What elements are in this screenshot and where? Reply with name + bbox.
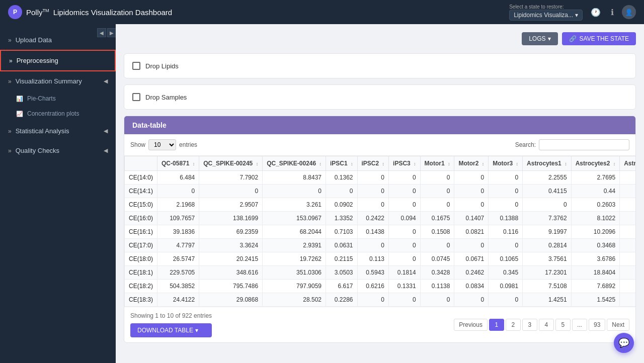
- col-header-astrocytes3[interactable]: Astrocytes3 ↕: [620, 156, 635, 171]
- info-icon[interactable]: ℹ: [609, 6, 616, 19]
- cell-value: 0.0745: [420, 252, 454, 266]
- drop-samples-body: Drop Samples: [124, 85, 635, 109]
- user-avatar[interactable]: 👤: [622, 5, 636, 19]
- cell-value: 0.1362: [326, 171, 358, 185]
- download-table-button[interactable]: DOWNLOAD TABLE ▾: [130, 323, 212, 337]
- table-row: CE(16:1)39.183669.235968.20440.71030.143…: [125, 225, 636, 239]
- cell-value: 9.6858: [620, 225, 635, 239]
- cell-value: 26.5747: [157, 252, 199, 266]
- sidebar: ◀ ▶ » Upload Data » Preprocessing » Visu…: [0, 24, 116, 363]
- col-header-qcspike246[interactable]: QC_SPIKE-00246 ↕: [263, 156, 326, 171]
- col-header-motor2[interactable]: Motor2 ↕: [454, 156, 489, 171]
- pagination-page-2[interactable]: 2: [506, 319, 521, 331]
- sidebar-item-visualization-summary[interactable]: » Visualization Summary ◀: [0, 71, 116, 91]
- pagination-page-3[interactable]: 3: [522, 319, 537, 331]
- cell-lipid-name: CE(14:1): [125, 185, 157, 198]
- cell-value: 1.3352: [326, 212, 358, 225]
- cell-value: 0: [389, 293, 421, 307]
- preprocessing-arrow-icon: »: [9, 57, 13, 64]
- cell-value: 8.8437: [263, 171, 326, 185]
- header-left: P PollyTM Lipidomics Visualization Dashb…: [8, 5, 172, 19]
- cell-value: 0: [489, 293, 523, 307]
- data-table: QC-05871 ↕ QC_SPIKE-00245 ↕ QC_SPIKE-002…: [124, 156, 635, 307]
- save-state-button[interactable]: 🔗 SAVE THE STATE: [562, 32, 636, 45]
- data-table-section: Data-table Show 10 25 50 100 entries Sea…: [124, 116, 636, 343]
- cell-value: 7.6174: [620, 212, 635, 225]
- entries-label: entries: [179, 141, 197, 148]
- cell-value: 0: [389, 185, 421, 198]
- col-header-astrocytes1[interactable]: Astrocytes1 ↕: [523, 156, 572, 171]
- title-tm: TM: [43, 8, 49, 13]
- logs-dropdown-icon: ▾: [548, 35, 551, 42]
- chat-fab[interactable]: 💬: [614, 333, 634, 353]
- sidebar-label-preprocessing: Preprocessing: [17, 57, 58, 64]
- data-table-controls: Show 10 25 50 100 entries Search:: [124, 134, 635, 156]
- col-header-astrocytes2[interactable]: Astrocytes2 ↕: [571, 156, 620, 171]
- col-header-motor3[interactable]: Motor3 ↕: [489, 156, 523, 171]
- cell-value: 0.113: [357, 252, 389, 266]
- pagination-page-4[interactable]: 4: [539, 319, 554, 331]
- cell-value: 0.2814: [523, 239, 572, 252]
- drop-lipids-card: Drop Lipids: [124, 53, 636, 78]
- cell-value: 17.2301: [523, 266, 572, 280]
- sidebar-label-concentration: Concentration plots: [27, 110, 79, 117]
- col-header-motor1[interactable]: Motor1 ↕: [420, 156, 454, 171]
- col-header-qcspike245[interactable]: QC_SPIKE-00245 ↕: [199, 156, 263, 171]
- col-header-ipsc3[interactable]: iPSC3 ↕: [389, 156, 421, 171]
- pagination-next[interactable]: Next: [607, 319, 629, 331]
- cell-value: 0: [357, 198, 389, 212]
- sidebar-expand-btn[interactable]: ▶: [107, 28, 116, 37]
- cell-value: 28.502: [263, 293, 326, 307]
- cell-value: 229.5705: [157, 266, 199, 280]
- cell-value: 0.0834: [454, 280, 489, 293]
- sidebar-label-quality: Quality Checks: [16, 147, 59, 154]
- col-header-ipsc2[interactable]: iPSC2 ↕: [357, 156, 389, 171]
- search-input[interactable]: [539, 139, 629, 150]
- cell-value: 10.2096: [571, 225, 620, 239]
- drop-lipids-body: Drop Lipids: [124, 54, 635, 78]
- pagination-page-93[interactable]: 93: [589, 319, 605, 331]
- col-header-ipsc1[interactable]: iPSC1 ↕: [326, 156, 358, 171]
- drop-samples-checkbox[interactable]: [132, 93, 140, 101]
- cell-value: 0: [489, 185, 523, 198]
- cell-value: 3.261: [263, 198, 326, 212]
- pagination-page-5[interactable]: 5: [555, 319, 571, 331]
- col-header-name[interactable]: [125, 156, 157, 171]
- cell-value: 7.5108: [523, 280, 572, 293]
- cell-value: 0.353: [620, 185, 635, 198]
- cell-value: 0: [157, 185, 199, 198]
- sidebar-item-preprocessing[interactable]: » Preprocessing: [0, 50, 116, 71]
- cell-value: 0.1438: [357, 225, 389, 239]
- cell-value: 2.1968: [157, 198, 199, 212]
- cell-value: 0: [523, 198, 572, 212]
- vis-summary-expand-icon: ◀: [104, 78, 108, 84]
- upload-arrow-icon: »: [8, 37, 12, 44]
- cell-value: 0: [357, 293, 389, 307]
- sidebar-item-statistical-analysis[interactable]: » Statistical Analysis ◀: [0, 121, 116, 141]
- save-icon: 🔗: [569, 35, 577, 42]
- cell-value: 0.1675: [420, 212, 454, 225]
- sidebar-item-pie-charts[interactable]: 📊 Pie-Charts: [16, 91, 116, 106]
- entries-select[interactable]: 10 25 50 100: [148, 139, 176, 150]
- sidebar-collapse-btn[interactable]: ◀: [97, 28, 106, 37]
- cell-value: 68.2044: [263, 225, 326, 239]
- pagination-page-1[interactable]: 1: [489, 319, 504, 331]
- pagination-previous[interactable]: Previous: [454, 319, 488, 331]
- show-label: Show: [130, 141, 145, 148]
- col-header-qc05871[interactable]: QC-05871 ↕: [157, 156, 199, 171]
- vis-summary-arrow-icon: »: [8, 78, 12, 85]
- cell-value: 3.6786: [571, 252, 620, 266]
- data-table-title: Data-table: [132, 121, 167, 129]
- state-dropdown[interactable]: Lipidomics Visualiza... ▾: [509, 10, 583, 21]
- logs-button[interactable]: LOGS ▾: [522, 32, 557, 45]
- cell-value: 0: [454, 171, 489, 185]
- cell-value: 0: [389, 198, 421, 212]
- app-title: PollyTM Lipidomics Visualization Dashboa…: [26, 8, 172, 17]
- table-row: CE(16:0)109.7657138.1699153.09671.33520.…: [125, 212, 636, 225]
- cell-value: 6.617: [326, 280, 358, 293]
- history-icon[interactable]: 🕐: [589, 6, 603, 19]
- sidebar-item-quality-checks[interactable]: » Quality Checks ◀: [0, 141, 116, 160]
- cell-value: 0.1388: [489, 212, 523, 225]
- sidebar-item-concentration-plots[interactable]: 📈 Concentration plots: [16, 106, 116, 121]
- drop-lipids-checkbox[interactable]: [132, 62, 140, 70]
